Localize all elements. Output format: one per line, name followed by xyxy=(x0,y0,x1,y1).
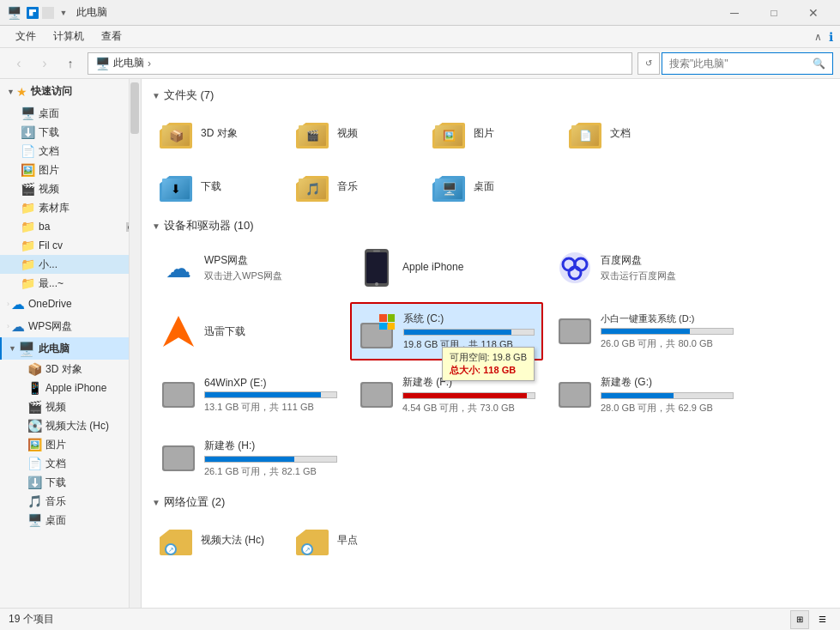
sidebar-wps[interactable]: › ☁ WPS网盘 xyxy=(0,315,141,337)
network-title: 网络位置 (2) xyxy=(164,494,226,510)
drive-iphone[interactable]: Apple iPhone xyxy=(350,239,543,297)
drive-h[interactable]: 新建卷 (H:) 26.1 GB 可用，共 82.1 GB xyxy=(152,429,345,488)
folder-desktop[interactable]: 🖥️ 桌面 xyxy=(425,161,558,211)
drive-g-details: 28.0 GB 可用，共 62.9 GB xyxy=(601,402,734,415)
folders-title: 文件夹 (7) xyxy=(164,88,215,103)
wps-drive-sub: 双击进入WPS网盘 xyxy=(204,270,282,282)
drive-f-details: 4.54 GB 可用，共 73.0 GB xyxy=(402,402,535,415)
sidebar-item-iphone[interactable]: 📱 Apple iPhone xyxy=(0,379,141,397)
svg-rect-4 xyxy=(373,251,380,252)
breadcrumb-bar[interactable]: 🖥️ 此电脑 › xyxy=(88,52,632,75)
sidebar-item-pic2[interactable]: 🖼️ 图片 xyxy=(0,435,141,454)
sidebar-item-doc2[interactable]: 📄 文档 xyxy=(0,454,141,473)
sidebar-picture-label: 图片 xyxy=(39,163,129,178)
sidebar-item-sucaikù[interactable]: 📁 素材库 xyxy=(0,198,141,217)
search-icon[interactable]: 🔍 xyxy=(813,58,825,70)
drive-c[interactable]: 系统 (C:) 19.8 GB 可用，共 118 GB 可用空间: 19.8 G… xyxy=(350,302,543,360)
maximize-button[interactable]: □ xyxy=(754,0,794,26)
quick-access-label: 快速访问 xyxy=(31,84,72,99)
sidebar-item-last[interactable]: 📁 最...~ xyxy=(0,274,141,293)
sidebar-item-music2[interactable]: 🎵 音乐 xyxy=(0,492,141,511)
drive-c-tooltip: 可用空间: 19.8 GB 总大小: 118 GB xyxy=(442,347,535,381)
drive-baidu[interactable]: 百度网盘 双击运行百度网盘 xyxy=(548,239,741,297)
view-detail-button[interactable]: ☰ xyxy=(813,610,831,629)
drive-g[interactable]: 新建卷 (G:) 28.0 GB 可用，共 62.9 GB xyxy=(548,366,741,424)
svg-point-3 xyxy=(375,282,378,286)
view-large-icon-button[interactable]: ⊞ xyxy=(790,610,809,629)
sidebar-filcv-label: Fil cv xyxy=(39,239,137,251)
sidebar-item-dsk2[interactable]: 🖥️ 桌面 xyxy=(0,511,141,530)
drive-g-name: 新建卷 (G:) xyxy=(601,375,734,390)
folder-music[interactable]: 🎵 音乐 xyxy=(288,161,421,211)
sidebar-item-3d[interactable]: 📦 3D 对象 xyxy=(0,360,141,379)
main-layout: ▼ ★ 快速访问 🖥️ 桌面 📌 ⬇️ 下载 📌 📄 文档 📌 xyxy=(0,79,840,608)
sidebar-onedrive[interactable]: › ☁ OneDrive xyxy=(0,293,141,315)
sidebar-baer-label: ba xyxy=(39,221,124,233)
info-icon[interactable]: ℹ xyxy=(829,30,833,44)
network-zaodian[interactable]: ↗ 早点 xyxy=(288,515,421,565)
refresh-button[interactable]: ↺ xyxy=(638,52,660,75)
search-input[interactable] xyxy=(669,58,813,70)
folder-doc[interactable]: 📄 文档 xyxy=(561,108,694,158)
menu-view[interactable]: 查看 xyxy=(93,26,130,47)
expand-icon[interactable]: ∧ xyxy=(814,31,822,43)
folder-music-label: 音乐 xyxy=(337,179,358,194)
sidebar-item-desktop[interactable]: 🖥️ 桌面 📌 xyxy=(0,104,141,123)
drive-h-details: 26.1 GB 可用，共 82.1 GB xyxy=(204,465,337,478)
folder-3d-label: 3D 对象 xyxy=(201,126,238,141)
drive-e-details: 13.1 GB 可用，共 111 GB xyxy=(204,401,337,414)
sidebar-item-picture[interactable]: 🖼️ 图片 📌 xyxy=(0,161,141,179)
minimize-button[interactable]: ─ xyxy=(715,0,754,26)
drive-d-name: 小白一键重装系统 (D:) xyxy=(601,312,734,325)
network-section: ▼ 网络位置 (2) ↗ 视频大法 (Hc) ↗ xyxy=(152,494,830,565)
breadcrumb-pc-icon: 🖥️ xyxy=(95,57,110,70)
folder-desktop-label: 桌面 xyxy=(474,179,494,194)
folder-doc-label: 文档 xyxy=(610,126,631,141)
wps-label: WPS网盘 xyxy=(28,319,72,334)
sidebar-item-download[interactable]: ⬇️ 下载 📌 xyxy=(0,123,141,142)
sidebar-item-video[interactable]: 🎬 视频 xyxy=(0,179,141,198)
drive-e[interactable]: 64WinXP (E:) 13.1 GB 可用，共 111 GB xyxy=(152,366,345,424)
svg-rect-2 xyxy=(366,252,387,283)
drive-d-details: 26.0 GB 可用，共 80.0 GB xyxy=(601,337,734,350)
sidebar-item-videohc[interactable]: 💽 视频大法 (Hc) xyxy=(0,416,141,435)
sidebar-video-label: 视频 xyxy=(39,182,137,197)
folder-download[interactable]: ⬇ 下载 xyxy=(152,161,285,211)
sidebar-item-baer[interactable]: 📁 ba er xyxy=(0,217,141,236)
folders-header[interactable]: ▼ 文件夹 (7) xyxy=(152,88,830,103)
up-button[interactable]: ↑ xyxy=(58,51,82,76)
sidebar-sucaiku-label: 素材库 xyxy=(39,201,137,215)
folders-section: ▼ 文件夹 (7) 📦 3D 对象 🎬 xyxy=(152,88,830,211)
drive-thunder[interactable]: 迅雷下载 xyxy=(152,302,345,360)
folder-picture-label: 图片 xyxy=(474,126,494,141)
drive-d[interactable]: 小白一键重装系统 (D:) 26.0 GB 可用，共 80.0 GB xyxy=(548,302,741,360)
drive-e-name: 64WinXP (E:) xyxy=(204,377,337,389)
drive-wps[interactable]: ☁ WPS网盘 双击进入WPS网盘 xyxy=(152,239,345,297)
sidebar-quick-access-header[interactable]: ▼ ★ 快速访问 xyxy=(0,79,141,104)
sidebar-item-small[interactable]: 📁 小... xyxy=(0,255,141,274)
network-header[interactable]: ▼ 网络位置 (2) xyxy=(152,494,830,510)
sidebar-item-dl2[interactable]: ⬇️ 下载 xyxy=(0,473,141,492)
folder-video-label: 视频 xyxy=(337,126,358,141)
folder-3d[interactable]: 📦 3D 对象 xyxy=(152,108,285,158)
forward-button[interactable]: › xyxy=(33,51,57,76)
titlebar-icon: 🖥️ xyxy=(7,6,21,20)
sidebar-thispc[interactable]: ▼ 🖥️ 此电脑 xyxy=(0,337,141,360)
sidebar-item-video2[interactable]: 🎬 视频 xyxy=(0,397,141,416)
menu-file[interactable]: 文件 xyxy=(7,26,45,47)
back-button[interactable]: ‹ xyxy=(7,51,31,76)
baidu-drive-sub: 双击运行百度网盘 xyxy=(601,270,676,282)
folder-video[interactable]: 🎬 视频 xyxy=(288,108,421,158)
folder-picture[interactable]: 🖼️ 图片 xyxy=(425,108,558,158)
network-grid: ↗ 视频大法 (Hc) ↗ 早点 xyxy=(152,515,830,565)
network-videohc[interactable]: ↗ 视频大法 (Hc) xyxy=(152,515,285,565)
devices-arrow: ▼ xyxy=(152,221,160,231)
close-button[interactable]: ✕ xyxy=(794,0,833,26)
sidebar-item-doc[interactable]: 📄 文档 📌 xyxy=(0,142,141,161)
devices-section: ▼ 设备和驱动器 (10) ☁ WPS网盘 双击进入WPS网盘 xyxy=(152,218,830,488)
titlebar: 🖥️ ▼ 此电脑 ─ □ ✕ xyxy=(0,0,840,26)
menu-computer[interactable]: 计算机 xyxy=(45,26,93,47)
devices-header[interactable]: ▼ 设备和驱动器 (10) xyxy=(152,218,830,233)
titlebar-title: 此电脑 xyxy=(76,5,715,20)
sidebar-item-filcv[interactable]: 📁 Fil cv xyxy=(0,236,141,255)
